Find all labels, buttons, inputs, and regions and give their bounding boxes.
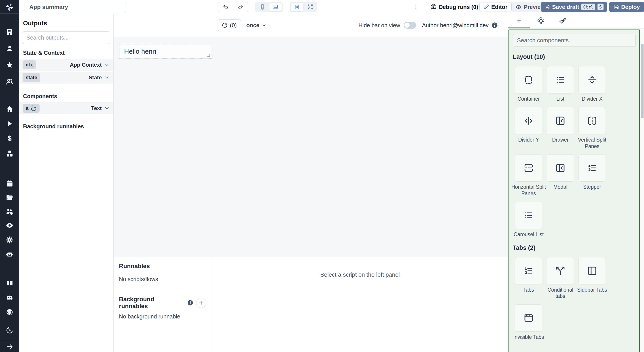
chevron-down-icon[interactable]	[104, 105, 110, 111]
component-card-horizontal-split-panes[interactable]: Horizontal Split Panes	[511, 154, 546, 197]
component-card-conditional-tabs[interactable]: Conditional tabs	[543, 257, 578, 300]
rail-cubes-button[interactable]	[6, 150, 14, 158]
components-panel: Layout (10)ContainerListDivider XDivider…	[508, 14, 644, 352]
component-card-box[interactable]	[578, 257, 606, 284]
undo-button[interactable]	[218, 2, 233, 12]
component-card-box[interactable]	[547, 107, 574, 134]
rail-gear-button[interactable]	[6, 236, 14, 245]
resize-handle-icon[interactable]	[207, 54, 210, 57]
kbd-s: S	[598, 4, 604, 10]
redo-button[interactable]	[233, 2, 248, 12]
tab-component-styling[interactable]	[552, 14, 574, 28]
component-card-drawer[interactable]: Drawer	[543, 107, 578, 150]
rail-book-button[interactable]	[6, 280, 14, 288]
rail-eye-button[interactable]	[6, 222, 14, 230]
runnables-title: Runnables	[119, 263, 206, 270]
component-card-sidebar-tabs[interactable]: Sidebar Tabs	[574, 257, 610, 300]
background-runnables-heading: Background runnables	[23, 123, 113, 130]
discord-icon	[6, 294, 14, 302]
rail-people-gear-button[interactable]	[6, 208, 14, 216]
component-card-list[interactable]: List	[543, 66, 578, 102]
rail-arrow-right-button[interactable]	[6, 343, 14, 351]
component-card-box[interactable]	[515, 257, 542, 284]
divider-y-icon	[524, 116, 534, 126]
component-card-box[interactable]	[547, 257, 574, 284]
app-summary-input[interactable]	[24, 2, 126, 12]
component-card-carousel-list[interactable]: Carousel List	[511, 202, 546, 238]
rail-building-button[interactable]	[6, 28, 14, 37]
refresh-button[interactable]: (0)	[218, 20, 241, 31]
rail-star-button[interactable]	[6, 61, 14, 70]
scrollbar-thumb[interactable]	[641, 44, 644, 118]
people-gear-icon	[6, 208, 14, 215]
chevron-down-icon[interactable]	[104, 75, 110, 80]
component-card-divider-y[interactable]: Divider Y	[511, 107, 546, 150]
component-card-tabs[interactable]: Tabs	[511, 257, 546, 300]
output-row-ctx[interactable]: ctx App Context	[19, 59, 113, 71]
rail-github-button[interactable]	[6, 308, 14, 317]
info-icon[interactable]	[187, 300, 194, 306]
component-grid: TabsConditional tabsSidebar TabsInvisibl…	[513, 257, 636, 340]
info-icon[interactable]	[491, 22, 498, 29]
paintbrush-icon	[560, 18, 566, 24]
rail-moon-button[interactable]	[6, 326, 14, 335]
panel-scrollbar[interactable]	[640, 30, 644, 352]
rail-people-button[interactable]	[6, 78, 14, 86]
add-background-runnable-button[interactable]	[196, 298, 206, 308]
component-card-box[interactable]	[515, 66, 542, 94]
component-sections: Layout (10)ContainerListDivider XDivider…	[513, 54, 636, 340]
rail-calendar-button[interactable]	[6, 180, 14, 188]
tab-component-settings[interactable]	[530, 14, 552, 28]
component-card-stepper[interactable]: Stepper	[574, 154, 610, 197]
save-draft-button[interactable]: Save draft Ctrl S	[541, 2, 607, 12]
component-card-invisible-tabs[interactable]: Invisible Tabs	[511, 304, 546, 340]
app-canvas[interactable]: Hello henri	[114, 37, 508, 257]
rail-play-button[interactable]	[6, 120, 14, 128]
rail-dollar-button[interactable]: $	[6, 135, 14, 143]
run-mode-dropdown[interactable]: once	[246, 22, 266, 29]
component-card-box[interactable]	[515, 202, 542, 229]
outputs-search-input[interactable]	[22, 31, 110, 44]
component-card-box[interactable]	[515, 304, 542, 332]
component-card-box[interactable]	[547, 66, 574, 94]
component-card-box[interactable]	[515, 154, 542, 182]
component-card-box[interactable]	[547, 154, 574, 182]
component-card-vertical-split-panes[interactable]: Vertical Split Panes	[574, 107, 610, 150]
component-card-modal[interactable]: Modal	[543, 154, 578, 197]
deploy-button[interactable]: Deploy	[609, 2, 644, 12]
state-type-label: State	[88, 74, 102, 81]
component-grid-cell[interactable]: Hello henri	[119, 44, 212, 58]
tab-editor[interactable]: Editor	[480, 3, 512, 11]
home-icon	[6, 105, 14, 113]
component-card-divider-x[interactable]: Divider X	[574, 66, 610, 102]
component-card-box[interactable]	[578, 66, 606, 94]
desktop-view-button[interactable]	[269, 3, 282, 11]
center-layout-button[interactable]	[290, 3, 303, 11]
tab-insert-component[interactable]	[508, 14, 530, 28]
component-card-box[interactable]	[578, 107, 606, 134]
output-row-component-a[interactable]: a Text	[19, 102, 113, 114]
component-card-box[interactable]	[578, 154, 606, 182]
debug-runs-button[interactable]: Debug runs (0)	[426, 2, 483, 12]
component-card-container[interactable]: Container	[511, 66, 546, 102]
chevron-down-icon[interactable]	[104, 62, 110, 68]
component-library: Layout (10)ContainerListDivider XDivider…	[508, 30, 640, 352]
rail-robot-button[interactable]	[6, 250, 14, 259]
hide-bar-toggle[interactable]	[404, 22, 416, 29]
rail-discord-button[interactable]	[6, 294, 14, 302]
device-toggle	[255, 2, 283, 12]
rail-person-button[interactable]	[6, 45, 14, 53]
text-component[interactable]: Hello henri	[120, 45, 211, 58]
mobile-view-button[interactable]	[256, 3, 269, 11]
rail-home-button[interactable]	[6, 105, 14, 114]
components-search-input[interactable]	[513, 34, 636, 47]
output-row-state[interactable]: state State	[19, 72, 113, 84]
runnable-detail-area: Select a script on the left panel	[212, 257, 508, 352]
rail-folder-button[interactable]	[6, 194, 14, 202]
more-menu-button[interactable]	[412, 2, 420, 12]
rail-windmill-logo-button[interactable]	[4, 2, 15, 13]
component-card-label: Conditional tabs	[543, 287, 578, 300]
fullwidth-layout-button[interactable]	[304, 3, 316, 11]
chevron-down-icon	[262, 23, 266, 28]
component-card-box[interactable]	[515, 107, 542, 134]
